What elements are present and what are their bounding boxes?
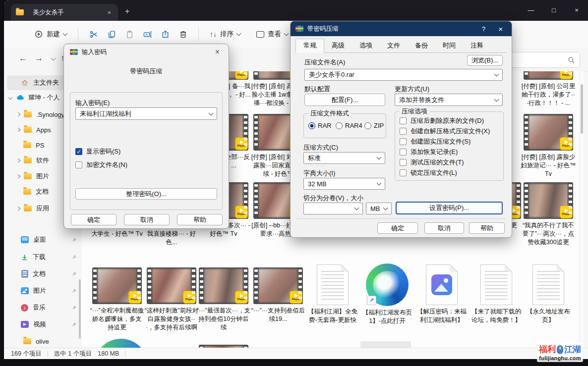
sidebar-item-videos[interactable]: ▶ 视频 [7, 317, 77, 332]
status-divider [125, 351, 125, 357]
archive-name-input[interactable]: 美少女杀手0.rar [304, 69, 503, 81]
paste-button[interactable] [120, 26, 138, 43]
cancel-button[interactable]: 取消 [124, 214, 170, 225]
set-password-button[interactable]: 设置密码(P)... [396, 202, 503, 214]
explorer-titlebar: 美少女杀手 × + — □ × [4, 0, 588, 21]
cancel-button[interactable]: 取消 [424, 222, 464, 234]
file-name: 【永久地址发布页】 [521, 308, 576, 324]
player-badge-icon: Player [560, 71, 573, 79]
file-tile[interactable]: Player “我真的不行了我不要了”···两次···，点赞收藏300追更 [521, 182, 576, 247]
tab-backup[interactable]: 备份 [408, 39, 435, 52]
back-icon[interactable]: ← [19, 53, 27, 63]
folder-icon [24, 111, 32, 117]
file-tile[interactable]: 【福利江湖】全免费-无套路-更新快 [305, 264, 360, 324]
password-label: 输入密码(E) [75, 99, 110, 107]
volume-size-input[interactable] [303, 203, 363, 214]
sidebar-scrollbar[interactable] [79, 279, 81, 339]
file-tile[interactable]: Player “这样好刺激”前段对白露脸健身女孩···，多支持有后续啊 [144, 267, 199, 332]
sidebar-item-music[interactable]: ♪ 音乐 [7, 300, 77, 315]
sidebar-item-pictures[interactable]: 图片 [7, 283, 77, 298]
music-icon: ♪ [21, 304, 28, 312]
selection-count: 选中 1 个项目 [54, 350, 92, 358]
picture-icon [21, 287, 29, 294]
chevron-down-icon [383, 206, 388, 210]
recent-pages-chevron-icon[interactable] [51, 56, 56, 61]
ok-button[interactable]: 确定 [71, 214, 117, 225]
sfx-checkbox[interactable]: 创建自解压格式压缩文件(X) [400, 127, 490, 136]
lock-archive-checkbox[interactable]: 锁定压缩文件(L) [400, 168, 457, 177]
grid-scrollbar[interactable] [579, 71, 584, 352]
format-rar4-radio[interactable]: RAR4 [336, 122, 362, 129]
dialog-title: 输入密码 [82, 48, 107, 56]
organize-passwords-button[interactable]: 整理密码(O)... [75, 188, 217, 200]
tab-files[interactable]: 文件 [380, 39, 408, 52]
copy-button[interactable] [103, 26, 120, 43]
recovery-record-checkbox[interactable]: 添加恢复记录(E) [400, 148, 458, 157]
profiles-button[interactable]: 配置(F)... [304, 94, 385, 106]
minimize-button[interactable]: — [520, 0, 542, 20]
sidebar-item-documents[interactable]: 文档 [7, 266, 77, 281]
file-name: “这样好刺激”前段对白露脸健身女孩···，多支持有后续啊 [144, 307, 199, 332]
file-tile[interactable]: Player “···”最强首次···，支持到叁佰10分钟后续 [196, 267, 251, 332]
browse-button[interactable]: 浏览(B)... [467, 55, 503, 66]
show-password-checkbox[interactable]: ✓ 显示密码(S) [75, 147, 120, 156]
ok-button[interactable]: 确定 [377, 222, 418, 234]
tab-close-icon[interactable]: × [105, 9, 113, 16]
rename-button[interactable]: A [138, 26, 156, 43]
sidebar-item-downloads[interactable]: 下载 [7, 250, 77, 264]
cut-button[interactable] [85, 26, 103, 43]
tab-time[interactable]: 时间 [435, 39, 463, 52]
folder-icon [16, 9, 24, 15]
help-button[interactable]: 帮助 [469, 222, 505, 234]
format-zip-radio[interactable]: ZIP [364, 122, 384, 129]
format-rar-radio[interactable]: RAR [308, 122, 331, 129]
file-name: [付费] [原创] 公司里她干行政，灌多了···行政！！！ - ... [521, 82, 576, 107]
share-icon [161, 30, 170, 39]
file-tile[interactable]: 【解压密码：来福利江湖找福利】 [414, 264, 470, 324]
forward-icon[interactable]: → [35, 53, 43, 63]
method-select[interactable]: 标准 [303, 152, 385, 164]
encrypt-filenames-checkbox[interactable]: 加密文件名(N) [75, 160, 127, 169]
chevron-down-icon [209, 110, 214, 115]
tab-comment[interactable]: 注释 [463, 39, 491, 52]
dictionary-select[interactable]: 32 MB [303, 178, 385, 190]
view-button[interactable]: 查看 [252, 26, 293, 42]
share-button[interactable] [156, 26, 174, 43]
file-name: “···”全程冲刺魔都傲娇名媛嗲妹，多支持追更 [89, 307, 145, 332]
help-icon[interactable]: ? [477, 25, 490, 33]
sort-button[interactable]: ↑↓ 排序 [205, 26, 245, 42]
close-icon[interactable]: × [494, 25, 507, 33]
update-mode-select[interactable]: 添加并替换文件 [395, 94, 503, 106]
folder-icon [24, 206, 32, 211]
volume-unit-select[interactable]: MB [366, 203, 392, 214]
video-thumbnail: Player [199, 267, 248, 304]
maximize-button[interactable]: □ [542, 0, 565, 20]
tab-advanced[interactable]: 高级 [324, 39, 352, 52]
close-button[interactable]: × [565, 0, 588, 20]
explorer-tab[interactable]: 美少女杀手 × [11, 4, 118, 21]
file-tile[interactable]: Player “···”全程冲刺魔都傲娇名媛嗲妹，多支持追更 [89, 267, 145, 332]
tab-general[interactable]: 常规 [295, 39, 324, 53]
file-tile[interactable]: 【永久地址发布页】 [521, 264, 576, 324]
sidebar-item-olive[interactable]: olive [7, 334, 77, 348]
file-tile[interactable]: Player “···”···支持到叁佰后续19... [250, 267, 306, 323]
sidebar-item-desktop[interactable]: 桌面 [7, 232, 77, 247]
file-tile[interactable]: Player [付费] [原创] 公司里她干行政，灌多了···行政！！！ - .… [521, 71, 576, 107]
new-tab-button[interactable]: + [125, 7, 129, 16]
grid-scrollbar-thumb[interactable] [581, 84, 583, 134]
new-button[interactable]: 新建 [30, 26, 71, 42]
file-tile[interactable]: ↗ 【福利江湖发布页1】-点此打开 [359, 263, 415, 325]
delete-files-checkbox[interactable]: 压缩后删除原来的文件(D) [400, 116, 484, 125]
file-tile[interactable]: 【来了就能下载的论坛，纯免费！】 [469, 264, 524, 324]
tab-options[interactable]: 选项 [352, 39, 380, 52]
solid-checkbox[interactable]: 创建固实压缩文件(S) [400, 137, 470, 146]
help-button[interactable]: 帮助 [177, 214, 223, 225]
sidebar-item-label: 视频 [33, 320, 71, 329]
test-files-checkbox[interactable]: 测试压缩的文件(T) [400, 158, 464, 167]
close-icon[interactable]: × [212, 48, 223, 56]
delete-button[interactable] [174, 26, 192, 43]
file-tile[interactable]: Player [付费] [原创] 露脸少妇旅游记··· - 好色™ Tv [521, 114, 576, 178]
password-input[interactable]: 来福利江湖找福利 [75, 107, 217, 120]
password-group: 输入密码(E) 来福利江湖找福利 ✓ 显示密码(S) 加密文件名(N) 整理密码… [70, 92, 223, 210]
chevron-down-icon [377, 155, 382, 160]
